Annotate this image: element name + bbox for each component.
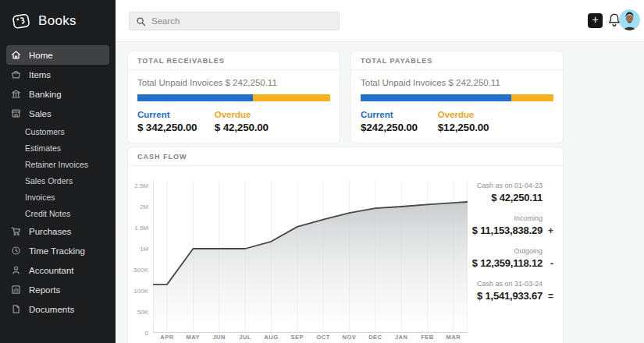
cash-flow-card: CASH FLOW 050K100K500K1M1.5M2M2.5M APRMA… bbox=[127, 147, 564, 343]
basket-icon bbox=[9, 69, 22, 81]
bank-icon bbox=[9, 88, 22, 101]
sidebar-nav: Home Items Banking bbox=[0, 45, 116, 319]
sidebar-item-label: Accountant bbox=[29, 266, 74, 275]
current-label: Current bbox=[361, 110, 438, 119]
y-tick-label: 0 bbox=[128, 330, 148, 337]
stat-incoming: Incoming $ 11,153,838.29 + bbox=[444, 214, 553, 236]
sidebar-item-documents[interactable]: Documents bbox=[6, 299, 109, 319]
sidebar-item-label: Invoices bbox=[25, 193, 55, 202]
month-label: APR bbox=[154, 334, 180, 341]
sidebar-item-label: Retainer Invoices bbox=[25, 160, 88, 169]
sidebar-item-time-tracking[interactable]: Time Tracking bbox=[6, 241, 109, 260]
sidebar-item-label: Banking bbox=[29, 90, 62, 99]
user-avatar[interactable] bbox=[619, 9, 640, 30]
unpaid-invoices-text: Total Unpaid Invoices $ 242,250.11 bbox=[361, 78, 553, 87]
search-box[interactable] bbox=[129, 12, 340, 30]
sidebar-item-label: Estimates bbox=[25, 143, 61, 153]
current-amount: $ 342,250.00 bbox=[137, 122, 215, 133]
plus-operator: + bbox=[543, 225, 553, 236]
payables-current-bar bbox=[361, 94, 511, 101]
sidebar-item-sales[interactable]: Sales bbox=[6, 104, 109, 123]
total-payables-card: TOTAL PAYABLES Total Unpaid Invoices $ 2… bbox=[350, 51, 564, 143]
month-label: DEC bbox=[362, 334, 389, 341]
stat-opening-cash: Cash as on 01-04-23 $ 42,250.11 bbox=[444, 182, 553, 203]
sidebar-item-sales-orders[interactable]: Sales Orders bbox=[6, 172, 109, 189]
month-label: JUL bbox=[232, 334, 258, 341]
sidebar-item-label: Sales bbox=[29, 109, 52, 118]
month-label: MAY bbox=[180, 334, 206, 341]
app-logo[interactable]: Books bbox=[0, 0, 116, 39]
clock-icon bbox=[9, 245, 22, 257]
month-label: MAR bbox=[440, 334, 467, 341]
cashflow-area-chart bbox=[153, 180, 468, 333]
sidebar-item-invoices[interactable]: Invoices bbox=[6, 189, 109, 205]
current-label: Current bbox=[137, 110, 215, 119]
sidebar-item-label: Time Tracking bbox=[29, 246, 85, 256]
report-icon bbox=[9, 284, 22, 296]
sidebar-item-items[interactable]: Items bbox=[6, 65, 109, 84]
sidebar-item-home[interactable]: Home bbox=[6, 45, 109, 65]
payables-progress-bar bbox=[361, 94, 553, 101]
receivables-current-bar bbox=[137, 94, 253, 101]
y-tick-label: 1M bbox=[128, 246, 148, 253]
sidebar-item-purchases[interactable]: Purchases bbox=[6, 221, 109, 241]
person-icon bbox=[9, 264, 22, 277]
search-icon bbox=[136, 16, 146, 27]
card-title: TOTAL PAYABLES bbox=[351, 51, 563, 70]
month-label: NOV bbox=[336, 334, 362, 341]
sidebar-item-customers[interactable]: Customers bbox=[6, 123, 109, 140]
document-icon bbox=[9, 303, 22, 316]
home-icon bbox=[9, 49, 22, 62]
month-label: AUG bbox=[258, 334, 284, 341]
cart-icon bbox=[9, 225, 22, 238]
cash-flow-title: CASH FLOW bbox=[128, 147, 563, 166]
search-input[interactable] bbox=[151, 16, 333, 26]
overdue-label: Overdue bbox=[438, 110, 515, 119]
app-window: Books Home Items bbox=[0, 0, 644, 343]
overdue-amount: $12,250.00 bbox=[438, 122, 515, 133]
month-label: OCT bbox=[310, 334, 336, 341]
sidebar-item-banking[interactable]: Banking bbox=[6, 84, 109, 104]
sidebar-item-reports[interactable]: Reports bbox=[6, 280, 109, 299]
plus-icon: + bbox=[592, 13, 598, 26]
summary-cards: TOTAL RECEIVABLES Total Unpaid Invoices … bbox=[127, 51, 564, 143]
add-button[interactable]: + bbox=[588, 13, 603, 28]
overdue-label: Overdue bbox=[215, 110, 292, 119]
current-amount: $242,250.00 bbox=[361, 122, 438, 133]
y-tick-label: 50K bbox=[128, 309, 148, 316]
receivables-progress-bar bbox=[137, 94, 330, 101]
sidebar-item-label: Home bbox=[29, 51, 53, 60]
unpaid-invoices-text: Total Unpaid Invoices $ 242,250.11 bbox=[137, 78, 330, 87]
sidebar-item-label: Customers bbox=[25, 127, 65, 136]
card-title: TOTAL RECEIVABLES bbox=[128, 51, 340, 70]
cashflow-stats: Cash as on 01-04-23 $ 42,250.11 Incoming… bbox=[444, 182, 553, 313]
y-tick-label: 2.5M bbox=[128, 182, 148, 189]
sidebar-item-label: Reports bbox=[29, 285, 60, 295]
overdue-amount: $ 42,250.00 bbox=[215, 122, 292, 133]
main-content: + bbox=[116, 0, 644, 343]
sidebar-item-label: Credit Notes bbox=[25, 209, 70, 218]
month-label: SEP bbox=[284, 334, 311, 341]
month-label: JUN bbox=[206, 334, 233, 341]
app-title: Books bbox=[38, 13, 76, 29]
sidebar-item-label: Items bbox=[29, 70, 51, 80]
sidebar-item-estimates[interactable]: Estimates bbox=[6, 140, 109, 156]
stat-outgoing: Outgoing $ 12,359,118.12 - bbox=[444, 247, 553, 269]
sidebar-item-accountant[interactable]: Accountant bbox=[6, 260, 109, 280]
total-receivables-card: TOTAL RECEIVABLES Total Unpaid Invoices … bbox=[127, 51, 340, 143]
sidebar: Books Home Items bbox=[0, 0, 116, 343]
sidebar-item-retainer-invoices[interactable]: Retainer Invoices bbox=[6, 156, 109, 172]
sidebar-item-label: Documents bbox=[29, 305, 74, 314]
books-logo-icon bbox=[11, 11, 31, 31]
minus-operator: - bbox=[543, 258, 553, 269]
month-label: FEB bbox=[415, 334, 441, 341]
y-tick-label: 2M bbox=[128, 203, 148, 210]
storefront-icon bbox=[9, 108, 22, 120]
sidebar-item-label: Sales Orders bbox=[25, 176, 73, 186]
sidebar-item-credit-notes[interactable]: Credit Notes bbox=[6, 205, 109, 221]
topbar: + bbox=[116, 0, 644, 42]
sidebar-item-label: Purchases bbox=[29, 227, 71, 236]
stat-closing-cash: Cash as on 31-03-24 $ 1,541,933.67 = bbox=[444, 280, 553, 302]
y-tick-label: 100K bbox=[128, 288, 148, 295]
y-tick-label: 500K bbox=[128, 267, 148, 274]
